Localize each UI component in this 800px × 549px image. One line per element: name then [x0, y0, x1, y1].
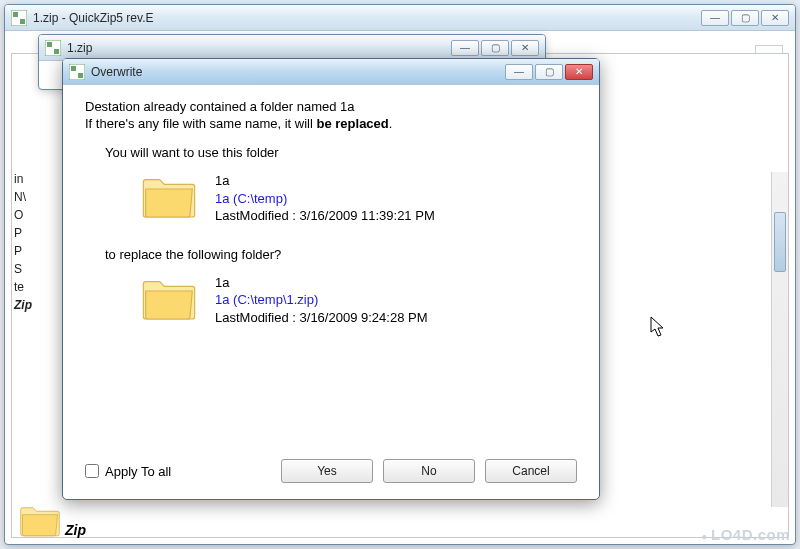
app-icon	[11, 10, 27, 26]
source-folder-name: 1a	[215, 172, 435, 190]
apply-to-all-checkbox[interactable]: Apply To all	[85, 464, 281, 479]
svg-rect-4	[47, 42, 52, 47]
svg-rect-8	[78, 73, 83, 78]
minimize-button[interactable]: —	[451, 40, 479, 56]
zip-folder-thumbnail[interactable]: Zip	[19, 502, 86, 538]
dialog-close-button[interactable]: ✕	[565, 64, 593, 80]
dialog-message-2: If there's any file with same name, it w…	[85, 116, 577, 131]
svg-rect-1	[13, 12, 18, 17]
app-icon	[45, 40, 61, 56]
dialog-minimize-button[interactable]: —	[505, 64, 533, 80]
tree-item[interactable]: in	[12, 172, 48, 190]
cancel-button[interactable]: Cancel	[485, 459, 577, 483]
scrollbar[interactable]	[771, 172, 788, 507]
zip-label: Zip	[65, 522, 86, 538]
maximize-button[interactable]: ▢	[481, 40, 509, 56]
secondary-title: 1.zip	[67, 41, 451, 55]
source-folder-modified: LastModified : 3/16/2009 11:39:21 PM	[215, 207, 435, 225]
maximize-button[interactable]: ▢	[731, 10, 759, 26]
dialog-message-1: Destation already contained a folder nam…	[85, 99, 577, 114]
source-folder-row: 1a 1a (C:\temp) LastModified : 3/16/2009…	[141, 172, 577, 225]
svg-rect-7	[71, 66, 76, 71]
folder-icon	[141, 274, 197, 322]
apply-to-all-label: Apply To all	[105, 464, 171, 479]
source-folder-path: 1a (C:\temp)	[215, 190, 435, 208]
target-folder-modified: LastModified : 3/16/2009 9:24:28 PM	[215, 309, 427, 327]
dialog-body: Destation already contained a folder nam…	[63, 85, 599, 362]
tree-item[interactable]: S	[12, 262, 48, 280]
overwrite-dialog: Overwrite — ▢ ✕ Destation already contai…	[62, 58, 600, 500]
main-titlebar[interactable]: 1.zip - QuickZip5 rev.E — ▢ ✕	[5, 5, 795, 31]
sidebar-tree-fragment: in N\ O P P S te Zip	[12, 172, 48, 316]
cursor-icon	[650, 316, 666, 338]
close-button[interactable]: ✕	[761, 10, 789, 26]
close-button[interactable]: ✕	[511, 40, 539, 56]
tree-item[interactable]: P	[12, 244, 48, 262]
no-button[interactable]: No	[383, 459, 475, 483]
svg-rect-2	[20, 19, 25, 24]
target-folder-path: 1a (C:\temp\1.zip)	[215, 291, 427, 309]
main-title: 1.zip - QuickZip5 rev.E	[33, 11, 701, 25]
apply-to-all-input[interactable]	[85, 464, 99, 478]
dialog-maximize-button[interactable]: ▢	[535, 64, 563, 80]
app-icon	[69, 64, 85, 80]
folder-icon	[19, 502, 61, 538]
replace-heading: to replace the following folder?	[105, 247, 577, 262]
svg-rect-5	[54, 49, 59, 54]
yes-button[interactable]: Yes	[281, 459, 373, 483]
tree-item[interactable]: Zip	[12, 298, 48, 316]
target-folder-name: 1a	[215, 274, 427, 292]
dialog-button-row: Apply To all Yes No Cancel	[85, 459, 577, 483]
target-folder-row: 1a 1a (C:\temp\1.zip) LastModified : 3/1…	[141, 274, 577, 327]
tree-item[interactable]: O	[12, 208, 48, 226]
tree-item[interactable]: P	[12, 226, 48, 244]
tree-item[interactable]: te	[12, 280, 48, 298]
watermark: ● LO4D.com	[701, 526, 790, 543]
minimize-button[interactable]: —	[701, 10, 729, 26]
scrollbar-thumb[interactable]	[774, 212, 786, 272]
dialog-title: Overwrite	[91, 65, 505, 79]
folder-icon	[141, 172, 197, 220]
dialog-titlebar[interactable]: Overwrite — ▢ ✕	[63, 59, 599, 85]
tree-item[interactable]: N\	[12, 190, 48, 208]
use-folder-heading: You will want to use this folder	[105, 145, 577, 160]
